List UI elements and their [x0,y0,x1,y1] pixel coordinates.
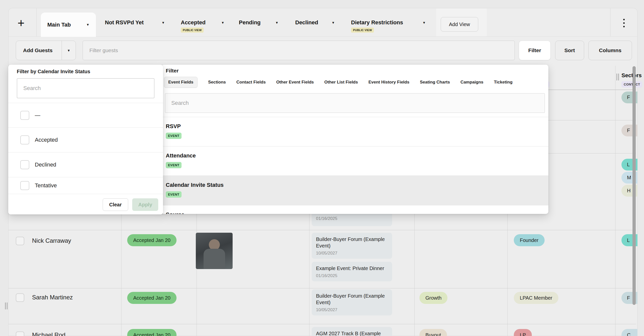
filter-tab-ticketing[interactable]: Ticketing [494,80,513,85]
tabstrip-bottom-border [8,36,637,37]
filter-tab-sections[interactable]: Sections [208,80,226,85]
row-checkbox[interactable] [16,293,24,302]
field-item-attendance[interactable]: Attendance EVENT [162,146,548,176]
field-name: RSVP [166,123,548,130]
tab-main-tab[interactable]: Main Tab ▼ [41,13,96,37]
field-name: Attendance [166,152,548,159]
row-checkbox[interactable] [16,331,24,336]
chevron-down-icon[interactable]: ▼ [67,49,70,52]
chevron-down-icon: ▼ [221,21,224,24]
event-badge: EVENT [166,133,182,139]
filter-button[interactable]: Filter [519,41,551,60]
stage-tag: Buyout [419,329,447,336]
status-option-declined[interactable]: Declined [8,152,163,177]
status-search-wrap [17,78,154,98]
more-options-button[interactable] [618,17,629,30]
investor-type-tag: Founder [514,234,545,246]
add-guests-label: Add Guests [16,47,53,53]
option-label: Accepted [35,137,58,143]
add-view-label: Add View [449,22,470,27]
status-option-accepted[interactable]: Accepted [8,127,163,152]
status-option-tentative[interactable]: Tentative [8,177,163,194]
split-divider [62,41,62,60]
checkbox-icon[interactable] [20,135,29,144]
filter-tab-event-fields[interactable]: Event Fields [164,77,198,88]
tab-label: Pending [239,19,261,26]
public-view-badge: PUBLIC VIEW [181,28,204,33]
tab-label: Dietary Restrictions [351,19,403,26]
event-chip[interactable]: Builder-Buyer Forum (Example Event) 10/0… [312,289,392,315]
column-header-sectors[interactable]: Sectors [621,72,642,79]
checkbox-icon[interactable] [20,111,29,120]
event-chip[interactable]: Example Event: Private Dinner 01/16/2025 [312,262,392,281]
add-tab-button[interactable]: + [13,15,29,31]
event-badge: EVENT [166,162,182,168]
tab-not-rsvpd-yet[interactable]: Not RSVPd Yet ▼ [105,16,165,30]
filter-popup-tabs: Event Fields Sections Contact Fields Oth… [164,76,513,89]
status-search-input[interactable] [17,79,154,98]
filter-guests-input[interactable] [83,41,515,60]
sector-tag-label: L [627,237,630,243]
status-option-blank[interactable]: — [8,103,163,127]
field-name: Source [166,211,548,214]
sector-tag-label: F [627,128,630,133]
field-item-rsvp[interactable]: RSVP EVENT [162,117,548,146]
sort-button[interactable]: Sort [555,41,584,60]
event-date: 01/16/2025 [316,216,388,221]
event-chip[interactable]: Builder-Buyer Forum (Example Event) 10/0… [312,233,392,259]
guest-name[interactable]: Sarah Martinez [32,294,73,301]
clear-button[interactable]: Clear [103,198,128,211]
column-drag-handle[interactable] [616,73,619,80]
field-search-wrap [165,93,545,113]
kebab-divider [610,8,610,36]
row-drag-handle[interactable] [5,302,8,309]
field-name: Calendar Invite Status [166,182,548,188]
status-popup-title: Filter by Calendar Invite Status [17,69,90,74]
tab-declined[interactable]: Declined ▼ [295,16,335,30]
tab-label: Main Tab [47,22,71,28]
guest-photo[interactable] [196,233,233,269]
row-checkbox[interactable] [16,237,24,245]
filter-tab-event-history-fields[interactable]: Event History Fields [368,80,409,85]
clear-label: Clear [109,202,122,207]
investor-type-tag: LPAC Member [514,292,558,304]
filter-tab-other-event-fields[interactable]: Other Event Fields [276,80,314,85]
option-label: Tentative [35,182,57,189]
filter-tab-seating-charts[interactable]: Seating Charts [420,80,450,85]
tab-label: Accepted [181,19,206,26]
filter-tab-contact-fields[interactable]: Contact Fields [236,80,266,85]
guest-name[interactable]: Nick Carraway [32,237,71,244]
filter-popup: Filter Event Fields Sections Contact Fie… [162,65,548,214]
event-chip[interactable]: AGM 2027 Track B (Example Event) [312,327,392,336]
apply-button[interactable]: Apply [132,198,158,211]
filter-tab-other-list-fields[interactable]: Other List Fields [324,80,358,85]
investor-type-label: LPAC Member [520,295,552,301]
checkbox-icon[interactable] [20,181,29,190]
chevron-down-icon: ▼ [275,21,278,24]
add-view-button[interactable]: Add View [441,17,478,32]
stage-tag-label: Growth [425,295,441,301]
event-title: AGM 2027 Track B (Example Event) [316,330,388,336]
checkbox-icon[interactable] [20,160,29,169]
add-guests-split-button[interactable]: Add Guests ▼ [16,41,76,60]
row-border [9,230,636,230]
columns-button-label: Columns [599,47,621,53]
event-title: Example Event: Private Dinner [316,265,388,272]
option-label: Declined [35,161,56,168]
filter-button-label: Filter [528,47,541,53]
investor-type-label: LP [520,332,526,336]
field-search-input[interactable] [165,94,545,113]
filter-tab-campaigns[interactable]: Campaigns [460,80,484,85]
columns-button[interactable]: Columns [588,41,632,60]
vertical-scrollbar[interactable] [632,66,636,305]
event-date: 10/05/2027 [316,307,388,312]
sector-tag-label: H [627,188,630,194]
guest-name[interactable]: Michael Rod [32,331,65,336]
event-title: Builder-Buyer Forum (Example Event) [316,236,388,249]
event-date: 10/05/2027 [316,251,388,256]
tab-pending[interactable]: Pending ▼ [239,16,278,30]
stage-tag: Growth [419,292,447,304]
field-item-source[interactable]: Source [162,205,548,214]
field-item-calendar-invite-status[interactable]: Calendar Invite Status EVENT [162,176,548,205]
filter-popup-title: Filter [166,68,179,74]
